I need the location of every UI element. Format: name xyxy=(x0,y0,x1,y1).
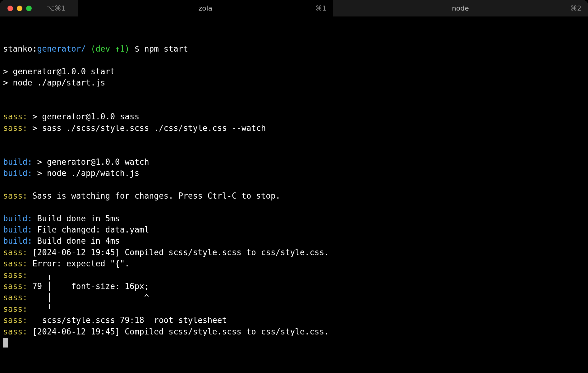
close-icon[interactable] xyxy=(7,6,13,11)
terminal-line: build: Build done in 5ms xyxy=(3,213,585,224)
line-label: sass: xyxy=(3,191,27,200)
prompt-command: npm start xyxy=(144,44,188,53)
line-label: build: xyxy=(3,214,32,223)
cursor-icon xyxy=(3,338,8,348)
line-text: Error: expected "{". xyxy=(27,259,130,268)
line-text: 79 │ font-size: 16px; xyxy=(27,282,149,291)
terminal-line: > generator@1.0.0 start xyxy=(3,66,585,77)
terminal-line: sass: ╷ xyxy=(3,269,585,281)
line-label: build: xyxy=(3,157,32,167)
line-text: │ ^ xyxy=(27,293,149,302)
terminal-line: sass: > generator@1.0.0 sass xyxy=(3,111,585,122)
terminal-output[interactable]: stanko:generator/ (dev ↑1) $ npm start> … xyxy=(0,17,588,364)
line-label: sass: xyxy=(3,304,27,314)
line-text: [2024-06-12 19:45] Compiled scss/style.s… xyxy=(27,327,329,336)
terminal-line xyxy=(3,201,585,213)
terminal-line xyxy=(3,100,585,111)
window-shortcut: ⌥⌘1 xyxy=(47,4,66,12)
traffic-lights xyxy=(0,6,32,11)
titlebar: ⌥⌘1 zola ⌘1 node ⌘2 xyxy=(0,0,588,17)
line-text: scss/style.scss 79:18 root stylesheet xyxy=(27,315,227,325)
line-text: ╷ xyxy=(27,270,52,280)
line-text: Build done in 4ms xyxy=(32,236,120,246)
line-label: build: xyxy=(3,236,32,246)
terminal-line xyxy=(3,145,585,156)
line-text: > generator@1.0.0 sass xyxy=(27,112,139,121)
cursor-line xyxy=(3,337,585,348)
line-label: sass: xyxy=(3,270,27,280)
tab-shortcut: ⌘2 xyxy=(570,4,581,12)
terminal-line: sass: ╵ xyxy=(3,303,585,315)
line-text: > sass ./scss/style.scss ./css/style.css… xyxy=(27,123,266,133)
line-label: build: xyxy=(3,168,32,178)
tab-label: zola xyxy=(199,4,213,12)
prompt-symbol: $ xyxy=(135,44,140,53)
line-label: build: xyxy=(3,225,32,234)
terminal-line: sass: > sass ./scss/style.scss ./css/sty… xyxy=(3,122,585,134)
terminal-line: > node ./app/start.js xyxy=(3,77,585,88)
line-text: File changed: data.yaml xyxy=(32,225,149,234)
tab-zola[interactable]: zola ⌘1 xyxy=(78,0,333,16)
terminal-line xyxy=(3,54,585,66)
line-label: sass: xyxy=(3,123,27,133)
tab-node[interactable]: node ⌘2 xyxy=(333,0,588,16)
terminal-line: sass: │ ^ xyxy=(3,292,585,303)
prompt-path: generator/ xyxy=(37,44,86,53)
terminal-line xyxy=(3,179,585,190)
terminal-line xyxy=(3,134,585,145)
terminal-line xyxy=(3,88,585,99)
terminal-line: sass: scss/style.scss 79:18 root stylesh… xyxy=(3,315,585,326)
line-label: sass: xyxy=(3,112,27,121)
tab-bar: zola ⌘1 node ⌘2 xyxy=(78,0,588,16)
line-label: sass: xyxy=(3,248,27,257)
terminal-line: sass: Sass is watching for changes. Pres… xyxy=(3,190,585,201)
terminal-line: sass: [2024-06-12 19:45] Compiled scss/s… xyxy=(3,326,585,337)
line-text: > generator@1.0.0 watch xyxy=(32,157,149,167)
terminal-line: sass: Error: expected "{". xyxy=(3,258,585,269)
prompt-line: stanko:generator/ (dev ↑1) $ npm start xyxy=(3,43,585,54)
maximize-icon[interactable] xyxy=(26,6,32,11)
tab-shortcut: ⌘1 xyxy=(315,4,327,12)
line-text: Sass is watching for changes. Press Ctrl… xyxy=(27,191,280,200)
line-label: sass: xyxy=(3,282,27,291)
line-label: sass: xyxy=(3,315,27,325)
line-text: ╵ xyxy=(27,304,52,314)
line-text: [2024-06-12 19:45] Compiled scss/style.s… xyxy=(27,248,329,257)
line-label: sass: xyxy=(3,259,27,268)
line-text: Build done in 5ms xyxy=(32,214,120,223)
line-label: sass: xyxy=(3,327,27,336)
tab-label: node xyxy=(452,4,469,12)
terminal-line: build: > node ./app/watch.js xyxy=(3,168,585,179)
line-text: > node ./app/watch.js xyxy=(32,168,139,178)
minimize-icon[interactable] xyxy=(17,6,22,11)
terminal-line: build: > generator@1.0.0 watch xyxy=(3,156,585,168)
terminal-line: build: Build done in 4ms xyxy=(3,235,585,246)
terminal-line: sass: 79 │ font-size: 16px; xyxy=(3,281,585,292)
terminal-line: sass: [2024-06-12 19:45] Compiled scss/s… xyxy=(3,247,585,258)
prompt-branch: (dev ↑1) xyxy=(91,44,130,53)
terminal-line: build: File changed: data.yaml xyxy=(3,224,585,235)
prompt-user: stanko xyxy=(3,44,32,53)
line-label: sass: xyxy=(3,293,27,302)
